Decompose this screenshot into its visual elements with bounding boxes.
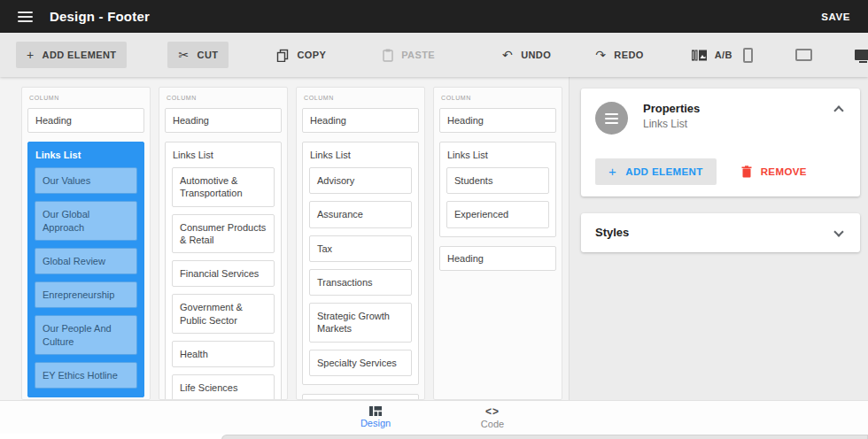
- expand-chevron-down-icon[interactable]: [833, 227, 843, 236]
- scissors-icon: ✂: [178, 49, 189, 61]
- column-label: COLUMN: [441, 95, 556, 101]
- columns: COLUMNHeadingLinks ListOur ValuesOur Glo…: [21, 87, 569, 400]
- link-item[interactable]: Strategic Growth Markets: [309, 303, 412, 343]
- links-list-element[interactable]: Links ListAutomotive & TransportationCon…: [165, 142, 282, 400]
- add-element-button[interactable]: + ADD ELEMENT: [16, 42, 127, 68]
- links-list-label: Links List: [35, 150, 137, 160]
- undo-label: UNDO: [521, 50, 551, 60]
- mobile-preview-button[interactable]: [743, 48, 753, 63]
- remove-label: REMOVE: [761, 166, 807, 177]
- collapse-chevron-up-icon[interactable]: [833, 105, 843, 115]
- heading-element[interactable]: Heading: [439, 108, 556, 133]
- main-area: COLUMNHeadingLinks ListOur ValuesOur Glo…: [0, 77, 868, 400]
- link-item[interactable]: Automotive & Transportation: [172, 167, 275, 207]
- redo-icon: ↷: [595, 49, 606, 61]
- link-item[interactable]: Advisory: [309, 167, 412, 194]
- link-item[interactable]: Financial Services: [172, 260, 275, 287]
- design-canvas: COLUMNHeadingLinks ListOur ValuesOur Glo…: [0, 77, 569, 400]
- add-element-label: ADD ELEMENT: [43, 50, 117, 60]
- bottom-strip: [0, 434, 868, 439]
- tablet-preview-button[interactable]: [795, 49, 812, 61]
- links-list-element-selected[interactable]: Links ListOur ValuesOur Global ApproachG…: [27, 142, 144, 397]
- device-preview-group: [743, 48, 868, 63]
- link-item[interactable]: Our Values: [35, 167, 137, 194]
- link-item[interactable]: Global Review: [35, 248, 137, 274]
- link-item[interactable]: Assurance: [309, 201, 412, 227]
- properties-title: Properties: [643, 102, 700, 115]
- column[interactable]: COLUMNHeadingLinks ListStudentsExperienc…: [433, 87, 562, 400]
- background-window-edge: [221, 435, 868, 439]
- tab-design[interactable]: Design: [349, 406, 402, 428]
- paste-label: PASTE: [401, 50, 435, 60]
- panel-add-element-label: ADD ELEMENT: [625, 166, 702, 177]
- copy-label: COPY: [297, 50, 326, 60]
- column[interactable]: COLUMNHeadingLinks ListAutomotive & Tran…: [159, 87, 288, 400]
- code-tab-label: Code: [481, 419, 504, 429]
- link-item[interactable]: Government & Public Sector: [172, 294, 275, 334]
- link-item[interactable]: EY Ethics Hotline: [35, 362, 137, 389]
- cut-button[interactable]: ✂ CUT: [167, 42, 229, 68]
- link-item[interactable]: Life Sciences: [172, 374, 275, 400]
- design-tab-label: Design: [360, 418, 391, 428]
- trash-icon: [741, 166, 752, 178]
- paste-icon: [383, 49, 393, 62]
- view-tabbar: Design <> Code: [0, 400, 868, 434]
- links-list-element[interactable]: Links ListStudentsExperienced: [439, 142, 556, 237]
- heading-element[interactable]: Heading: [302, 394, 419, 400]
- column[interactable]: COLUMNHeadingLinks ListOur ValuesOur Glo…: [21, 87, 151, 400]
- links-list-label: Links List: [447, 150, 549, 160]
- links-list-label: Links List: [310, 150, 412, 160]
- design-grid-icon: [369, 406, 382, 416]
- properties-subtitle: Links List: [643, 118, 700, 130]
- copy-button[interactable]: COPY: [266, 42, 337, 69]
- styles-title: Styles: [595, 226, 629, 239]
- undo-button[interactable]: ↶ UNDO: [492, 42, 562, 68]
- plus-icon: +: [608, 166, 616, 177]
- undo-icon: ↶: [502, 49, 513, 61]
- heading-element[interactable]: Heading: [165, 108, 282, 133]
- link-item[interactable]: Experienced: [446, 201, 549, 227]
- link-item[interactable]: Transactions: [309, 269, 412, 296]
- remove-button[interactable]: REMOVE: [741, 166, 807, 178]
- link-item[interactable]: Consumer Products & Retail: [172, 214, 275, 254]
- redo-button[interactable]: ↷ REDO: [585, 42, 655, 68]
- column-label: COLUMN: [304, 95, 419, 101]
- redo-label: REDO: [614, 50, 643, 60]
- styles-card[interactable]: Styles: [581, 213, 860, 252]
- link-item[interactable]: Tax: [309, 235, 412, 262]
- panel-add-element-button[interactable]: + ADD ELEMENT: [595, 158, 717, 185]
- code-icon: <>: [485, 406, 500, 417]
- ab-label: A/B: [715, 50, 732, 60]
- link-item[interactable]: Enrepreneurship: [35, 281, 137, 308]
- ab-test-button[interactable]: A/B: [681, 42, 743, 68]
- page-title: Design - Footer: [50, 9, 150, 24]
- link-item[interactable]: Health: [172, 341, 275, 367]
- links-list-avatar-icon: [595, 102, 628, 135]
- appbar: Design - Footer SAVE: [0, 0, 868, 33]
- heading-element[interactable]: Heading: [27, 108, 144, 133]
- ab-compare-icon: [692, 50, 707, 61]
- links-list-label: Links List: [173, 150, 275, 160]
- menu-icon[interactable]: [18, 12, 33, 22]
- links-list-element[interactable]: Links ListAdvisoryAssuranceTaxTransactio…: [302, 142, 419, 385]
- column-label: COLUMN: [29, 95, 144, 101]
- desktop-preview-button[interactable]: [855, 50, 868, 60]
- toolbar: + ADD ELEMENT ✂ CUT COPY PASTE ↶ UNDO ↷ …: [0, 33, 868, 77]
- save-button[interactable]: SAVE: [821, 12, 850, 22]
- heading-element[interactable]: Heading: [302, 108, 419, 133]
- column-label: COLUMN: [167, 95, 282, 101]
- tab-code[interactable]: <> Code: [466, 406, 519, 429]
- properties-card: Properties Links List + ADD ELEMENT: [581, 89, 860, 196]
- link-item[interactable]: Our People And Culture: [35, 315, 137, 355]
- cut-label: CUT: [198, 50, 219, 60]
- link-item[interactable]: Specialty Services: [309, 350, 412, 376]
- copy-icon: [276, 49, 289, 62]
- column[interactable]: COLUMNHeadingLinks ListAdvisoryAssurance…: [296, 87, 425, 400]
- heading-element[interactable]: Heading: [439, 246, 556, 271]
- link-item[interactable]: Students: [446, 167, 549, 194]
- properties-panel: Properties Links List + ADD ELEMENT: [569, 77, 868, 400]
- link-item[interactable]: Our Global Approach: [35, 201, 137, 241]
- plus-icon: +: [27, 49, 35, 61]
- paste-button[interactable]: PASTE: [372, 42, 446, 69]
